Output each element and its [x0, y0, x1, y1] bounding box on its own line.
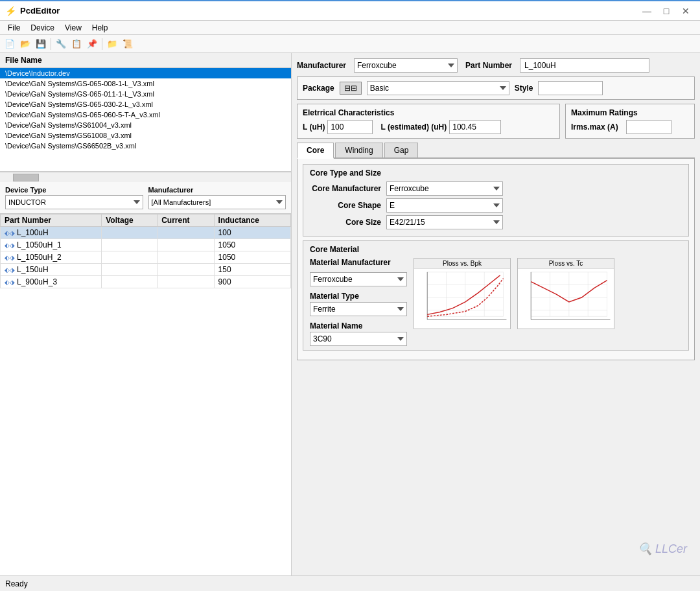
cell-inductance: 1050	[214, 251, 290, 264]
manufacturer-label: Manufacturer	[297, 61, 346, 70]
menu-bar: File Device View Help	[0, 21, 700, 35]
table-row[interactable]: ⬖⬗L_150uH 150	[1, 264, 291, 276]
package-icon: ⊟⊟	[340, 82, 362, 95]
material-type-select[interactable]: Ferrite	[310, 302, 407, 316]
material-manufacturer-row: Material Manufacturer	[310, 258, 407, 267]
menu-view[interactable]: View	[60, 22, 87, 34]
device-type-group: Device Type INDUCTOR	[5, 186, 143, 209]
app-icon: ⚡	[5, 6, 16, 16]
table-row[interactable]: ⬖⬗L_900uH_3 900	[1, 276, 291, 288]
l-est-input[interactable]	[449, 120, 501, 134]
toolbar-tool3[interactable]: 📌	[85, 37, 99, 51]
manufacturer-row: Manufacturer Ferroxcube Part Number	[297, 58, 695, 73]
material-type-group: Material Type Ferrite	[310, 292, 407, 316]
manufacturer-filter-group: Manufacturer [All Manufacturers]	[148, 186, 286, 209]
file-item-0[interactable]: \Device\Inductor.dev	[0, 68, 291, 78]
core-manufacturer-select[interactable]: Ferroxcube	[386, 181, 503, 196]
core-size-label: Core Size	[310, 218, 381, 227]
style-label: Style	[515, 84, 533, 93]
cell-current	[158, 227, 214, 239]
file-item-1[interactable]: \Device\GaN Systems\GS-065-008-1-L_V3.xm…	[0, 78, 291, 89]
cell-inductance: 1050	[214, 239, 290, 251]
menu-help[interactable]: Help	[87, 22, 113, 34]
material-type-label: Material Type	[310, 292, 407, 301]
electrical-title: Eletrrical Characteristics	[303, 108, 554, 117]
table-row[interactable]: ⬖⬗L_100uH 100	[1, 227, 291, 239]
l-input[interactable]	[327, 120, 373, 134]
file-item-3[interactable]: \Device\GaN Systems\GS-065-030-2-L_v3.xm…	[0, 99, 291, 110]
part-number-label: Part Number	[465, 61, 512, 70]
toolbar-tool4[interactable]: 📁	[105, 37, 119, 51]
irms-input[interactable]	[626, 120, 671, 134]
elec-row: L (uH) L (estimated) (uH)	[303, 120, 554, 134]
core-shape-select[interactable]: E	[386, 198, 503, 213]
file-item-5[interactable]: \Device\GaN Systems\GS61004_v3.xml	[0, 120, 291, 130]
core-size-select[interactable]: E42/21/15	[386, 215, 503, 229]
tab-gap[interactable]: Gap	[384, 143, 419, 157]
cell-current	[158, 264, 214, 276]
tab-winding[interactable]: Winding	[335, 143, 382, 157]
device-type-select[interactable]: INDUCTOR	[5, 195, 143, 209]
file-item-4[interactable]: \Device\GaN Systems\GS-065-060-5-T-A_v3.…	[0, 110, 291, 120]
table-row[interactable]: ⬖⬗L_1050uH_2 1050	[1, 251, 291, 264]
tab-bar: Core Winding Gap	[297, 143, 695, 159]
package-label: Package	[303, 84, 334, 93]
core-shape-row: Core Shape E	[310, 198, 682, 213]
material-manufacturer-select[interactable]: Ferroxcube	[310, 272, 407, 286]
core-size-row: Core Size E42/21/15	[310, 215, 682, 229]
l-label: L (uH)	[303, 122, 325, 132]
toolbar-tool5[interactable]: 📜	[121, 37, 135, 51]
parts-table: Part Number Voltage Current Inductance ⬖…	[0, 214, 291, 288]
menu-device[interactable]: Device	[25, 22, 60, 34]
style-input[interactable]	[538, 81, 603, 95]
parts-table-container: Part Number Voltage Current Inductance ⬖…	[0, 214, 291, 575]
manufacturer-select[interactable]: Ferroxcube	[354, 58, 458, 73]
inductor-icon: ⬖⬗	[5, 229, 15, 237]
cell-voltage	[102, 239, 158, 251]
part-number-input[interactable]	[520, 58, 649, 73]
cell-part: ⬖⬗L_150uH	[1, 264, 102, 276]
col-part-number: Part Number	[1, 214, 102, 227]
menu-file[interactable]: File	[3, 22, 25, 34]
cell-inductance: 150	[214, 264, 290, 276]
table-row[interactable]: ⬖⬗L_1050uH_1 1050	[1, 239, 291, 251]
file-list-hscroll[interactable]	[0, 172, 291, 182]
maximize-button[interactable]: □	[657, 3, 675, 19]
toolbar-sep2	[102, 38, 102, 50]
max-ratings-section: Maximum Ratings Irms.max (A)	[565, 104, 695, 139]
inductor-icon: ⬖⬗	[5, 279, 15, 286]
core-type-title: Core Type and Size	[310, 168, 682, 178]
toolbar-settings[interactable]: 🔧	[54, 37, 68, 51]
core-material-inner: Material Manufacturer Ferroxcube Materia…	[310, 258, 682, 346]
inductor-icon: ⬖⬗	[5, 254, 15, 261]
chart1-svg	[414, 269, 510, 326]
device-type-label: Device Type	[5, 186, 143, 194]
manufacturer-filter-select[interactable]: [All Manufacturers]	[148, 195, 286, 209]
file-list-header: File Name	[0, 53, 291, 68]
main-content: File Name \Device\Inductor.dev \Device\G…	[0, 53, 700, 575]
cell-part: ⬖⬗L_1050uH_2	[1, 251, 102, 264]
material-name-select[interactable]: 3C90	[310, 332, 407, 346]
minimize-button[interactable]: —	[638, 3, 656, 19]
chart1-title: Ploss vs. Bpk	[414, 259, 510, 269]
cell-current	[158, 276, 214, 288]
title-bar-controls: — □ ✕	[638, 3, 695, 19]
col-voltage: Voltage	[102, 214, 158, 227]
toolbar-new[interactable]: 📄	[3, 37, 17, 51]
status-bar: Ready	[0, 575, 700, 591]
ploss-tc-chart: Ploss vs. Tc	[517, 258, 614, 329]
close-button[interactable]: ✕	[677, 3, 695, 19]
toolbar-tool2[interactable]: 📋	[69, 37, 84, 51]
core-type-section: Core Type and Size Core Manufacturer Fer…	[303, 164, 689, 237]
toolbar-save[interactable]: 💾	[34, 37, 48, 51]
tab-core[interactable]: Core	[297, 143, 334, 159]
cell-part: ⬖⬗L_900uH_3	[1, 276, 102, 288]
toolbar-open[interactable]: 📂	[18, 37, 32, 51]
file-item-7[interactable]: \Device\GaN Systems\GS66502B_v3.xml	[0, 141, 291, 151]
file-item-6[interactable]: \Device\GaN Systems\GS61008_v3.xml	[0, 130, 291, 141]
cell-voltage	[102, 276, 158, 288]
left-panel: File Name \Device\Inductor.dev \Device\G…	[0, 53, 292, 575]
irms-row: Irms.max (A)	[571, 120, 689, 134]
package-select[interactable]: Basic	[367, 81, 509, 95]
file-item-2[interactable]: \Device\GaN Systems\GS-065-011-1-L_V3.xm…	[0, 89, 291, 99]
